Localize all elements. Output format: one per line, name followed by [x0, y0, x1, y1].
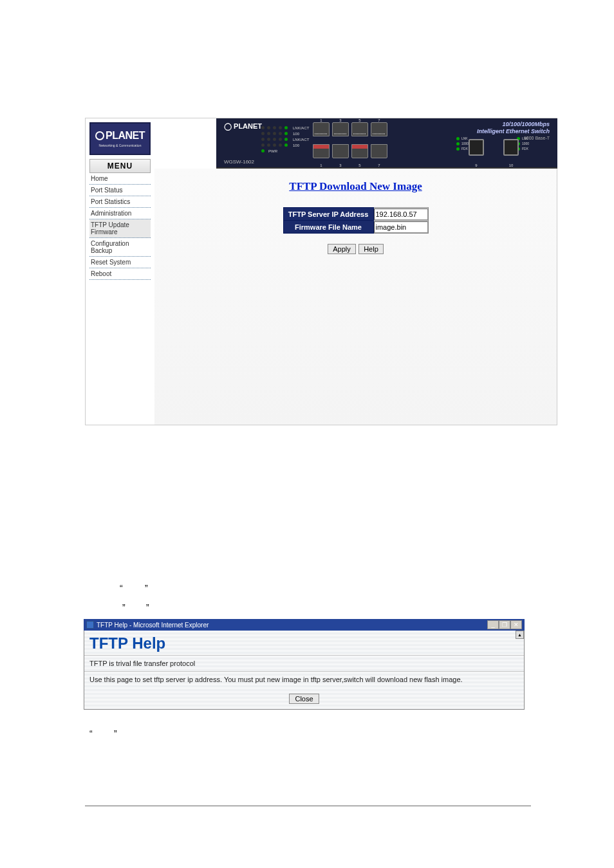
menu-item-reset-system[interactable]: Reset System: [89, 257, 151, 268]
help-close-button[interactable]: Close: [289, 694, 319, 704]
logo-circle-icon: [95, 131, 104, 140]
banner-logo-text: PLANET: [234, 122, 262, 130]
label-firmware-file: Firmware File Name: [283, 221, 373, 234]
quote-close-3: ”: [114, 728, 117, 739]
page-title: TFTP Download New Image: [167, 180, 544, 193]
gigabit-port-numbers: 910: [469, 163, 519, 167]
led-label-1002: 100: [293, 143, 299, 147]
quote-close-1: ”: [145, 583, 148, 593]
gigabit-ports: [469, 139, 519, 156]
menu-item-configuration-backup[interactable]: Configuration Backup: [89, 238, 151, 257]
quote-open-3: “: [89, 728, 93, 739]
left-column: PLANET Networking & Communication MENU H…: [86, 118, 154, 425]
help-button[interactable]: Help: [358, 244, 384, 254]
banner-product-text: Intelligent Ethernet Switch: [477, 128, 550, 134]
maximize-button[interactable]: ❐: [499, 620, 510, 629]
quote-close-2b: ”: [146, 602, 149, 613]
port-numbers-bottom: 1357: [313, 163, 387, 167]
menu-item-home[interactable]: Home: [89, 173, 151, 185]
menu-header: MENU: [89, 159, 151, 173]
main-panel: TFTP Download New Image TFTP Server IP A…: [154, 169, 557, 425]
device-banner: ◯ PLANET WGSW-1602 10/100/1000Mbps Intel…: [216, 118, 557, 169]
help-window: TFTP Help - Microsoft Internet Explorer …: [84, 619, 525, 710]
brand-tagline: Networking & Communication: [93, 143, 147, 147]
banner-model: WGSW-1602: [224, 159, 254, 165]
led-label-100: 100: [293, 132, 299, 136]
quote-open-1: “: [120, 583, 123, 593]
menu-item-port-statistics[interactable]: Port Statistics: [89, 196, 151, 208]
brand-name: PLANET: [106, 130, 145, 142]
help-titlebar: TFTP Help - Microsoft Internet Explorer …: [84, 619, 525, 631]
ports-bottom-row: [313, 144, 387, 158]
brand-logo-box: PLANET Networking & Communication: [89, 122, 151, 155]
help-heading: TFTP Help: [84, 631, 524, 655]
ie-icon: [86, 621, 94, 629]
banner-logo: ◯ PLANET: [224, 122, 262, 131]
ports-top-row: [313, 122, 387, 136]
gigabit-leds-left: LNK 1000 FDX: [456, 136, 469, 152]
label-tftp-ip: TFTP Server IP Address: [283, 208, 373, 221]
help-scroll-up-button[interactable]: ▲: [516, 631, 524, 639]
page-footer-rule: [85, 806, 531, 806]
help-body: ▲ TFTP Help TFTP is trival file transfer…: [84, 631, 525, 710]
led-label-pwr: PWR: [268, 149, 277, 153]
led-block: LNK/ACT 100 LNK/ACT 100 PWR: [261, 126, 309, 155]
apply-button[interactable]: Apply: [328, 244, 356, 254]
admin-ui-window: ▲ ▼ ◯ PLANET WGSW-1602 10/100/1000Mbps I…: [85, 118, 557, 425]
menu-list: Home Port Status Port Statistics Adminis…: [89, 173, 151, 280]
input-tftp-ip[interactable]: [374, 208, 428, 220]
tftp-form-table: TFTP Server IP Address Firmware File Nam…: [283, 207, 429, 234]
input-firmware-file[interactable]: [374, 221, 428, 233]
menu-item-tftp-update-firmware[interactable]: TFTP Update Firmware: [89, 219, 151, 238]
menu-item-administration[interactable]: Administration: [89, 208, 151, 219]
led-label-lnk2: LNK/ACT: [293, 138, 309, 142]
help-text-1: TFTP is trival file transfer protocol: [84, 656, 524, 671]
minimize-button[interactable]: _: [487, 620, 499, 629]
close-window-button[interactable]: ✕: [510, 620, 522, 629]
menu-item-port-status[interactable]: Port Status: [89, 185, 151, 196]
led-label-lnk: LNK/ACT: [293, 126, 309, 130]
help-window-title: TFTP Help - Microsoft Internet Explorer: [97, 622, 209, 629]
quote-close-2a: ”: [122, 602, 126, 613]
banner-speed-text: 10/100/1000Mbps: [502, 121, 550, 127]
menu-item-reboot[interactable]: Reboot: [89, 268, 151, 280]
help-text-2: Use this page to set tftp server ip addr…: [84, 672, 524, 687]
